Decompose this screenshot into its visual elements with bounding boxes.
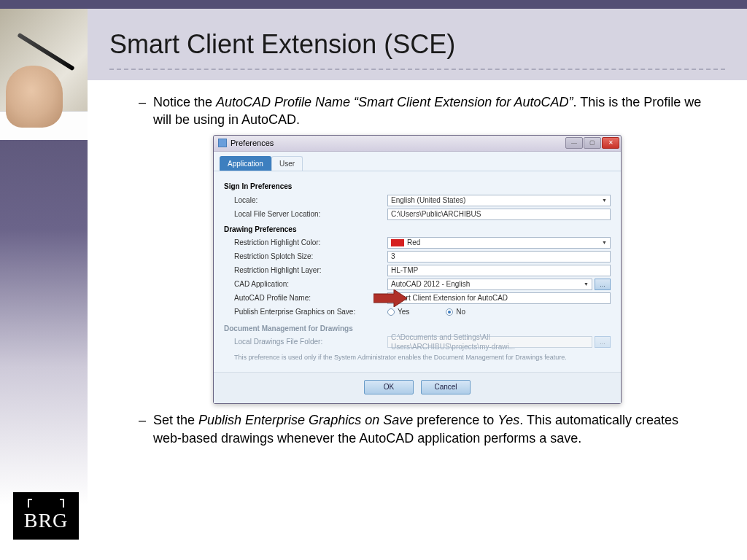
highlight-layer-input[interactable]: HL-TMP [387, 265, 611, 276]
highlight-layer-label: Restriction Highlight Layer: [234, 265, 387, 276]
dialog-buttons: OK Cancel [214, 372, 621, 403]
dialog-titlebar: Preferences — ▢ ✕ [214, 136, 621, 152]
highlight-color-dropdown[interactable]: Red [387, 237, 611, 249]
radio-selected-icon [446, 308, 453, 316]
bullet-1-text: Notice the AutoCAD Profile Name “Smart C… [153, 93, 703, 129]
cancel-button[interactable]: Cancel [421, 380, 471, 394]
slide-content: – Notice the AutoCAD Profile Name “Smart… [88, 80, 747, 453]
cad-application-label: CAD Application: [234, 279, 387, 289]
top-accent-bar [0, 0, 747, 9]
slide-title: Smart Client Extension (SCE) [109, 29, 725, 60]
tab-application[interactable]: Application [220, 156, 271, 171]
decorative-sidebar [0, 9, 88, 560]
brg-logo: BRG [13, 492, 79, 540]
local-drawings-folder-label: Local Drawings File Folder: [234, 337, 387, 347]
locale-label: Locale: [234, 195, 387, 206]
dialog-title: Preferences [231, 138, 565, 149]
title-underline [109, 69, 725, 70]
highlight-color-label: Restriction Highlight Color: [234, 238, 387, 248]
title-band: Smart Client Extension (SCE) [88, 9, 747, 80]
publish-no-radio[interactable]: No [446, 307, 465, 317]
cad-application-dropdown[interactable]: AutoCAD 2012 - English [387, 279, 592, 290]
locale-dropdown[interactable]: English (United States) [387, 195, 611, 206]
radio-icon [387, 308, 395, 316]
profile-name-input[interactable]: Smart Client Extension for AutoCAD [387, 292, 611, 304]
bullet-dash: – [131, 93, 153, 129]
red-swatch-icon [391, 239, 404, 246]
minimize-button[interactable]: — [565, 137, 583, 149]
cad-browse-button[interactable]: ... [595, 279, 611, 290]
local-file-server-label: Local File Server Location: [234, 209, 387, 219]
local-drawings-folder-input: C:\Documents and Settings\All Users\ARCH… [387, 336, 592, 348]
preferences-dialog: Preferences — ▢ ✕ Application User Sign … [213, 135, 622, 405]
ldf-browse-button: ... [595, 336, 611, 348]
preferences-screenshot: Preferences — ▢ ✕ Application User Sign … [213, 135, 622, 405]
publish-radio-group: Yes No [387, 306, 611, 318]
ok-button[interactable]: OK [364, 380, 414, 394]
publish-label: Publish Enterprise Graphics on Save: [234, 307, 387, 317]
dialog-tabs: Application User [214, 152, 621, 172]
bullet-2-text: Set the Publish Enterprise Graphics on S… [153, 411, 703, 447]
local-file-server-input[interactable]: C:\Users\Public\ARCHIBUS [387, 209, 611, 220]
splotch-size-label: Restriction Splotch Size: [234, 252, 387, 262]
section-sign-in: Sign In Preferences [224, 182, 611, 192]
doc-mgmt-note: This preference is used only if the Syst… [224, 350, 611, 365]
splotch-size-input[interactable]: 3 [387, 251, 611, 262]
publish-yes-radio[interactable]: Yes [387, 307, 409, 317]
profile-name-label: AutoCAD Profile Name: [234, 293, 387, 303]
tab-user[interactable]: User [271, 156, 303, 171]
bullet-2: – Set the Publish Enterprise Graphics on… [131, 411, 703, 447]
close-button[interactable]: ✕ [602, 137, 619, 149]
section-drawing: Drawing Preferences [224, 225, 611, 235]
dialog-app-icon [218, 139, 227, 147]
logo-text: BRG [24, 509, 69, 532]
bullet-1: – Notice the AutoCAD Profile Name “Smart… [131, 93, 703, 129]
logo-bracket-icon [28, 500, 64, 508]
sidebar-photo [0, 9, 88, 140]
maximize-button[interactable]: ▢ [584, 137, 601, 149]
doc-mgmt-section: Document Management for Drawings Local D… [224, 324, 611, 365]
bullet-dash: – [131, 411, 153, 447]
dialog-body: Sign In Preferences Locale: English (Uni… [214, 171, 621, 372]
